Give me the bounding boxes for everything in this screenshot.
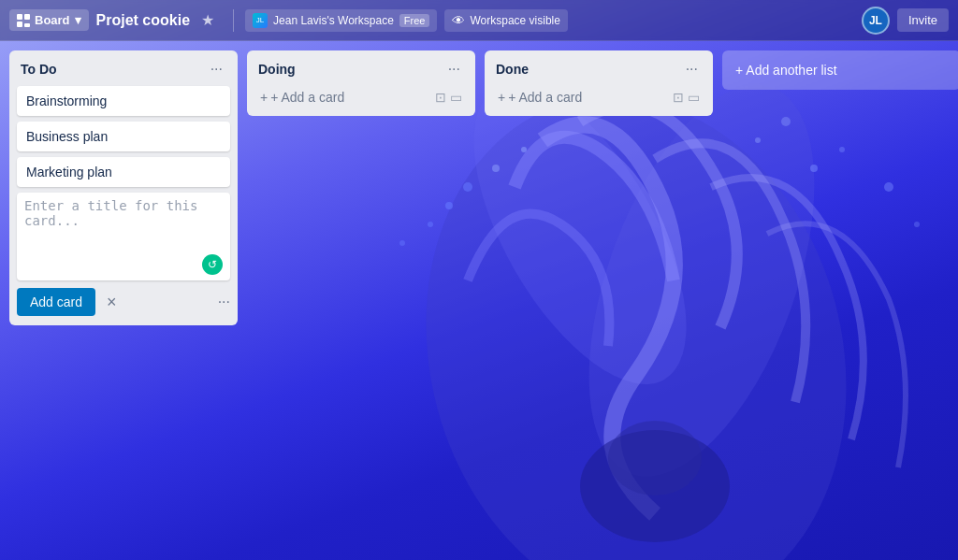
image-icon-done: ▭	[688, 90, 700, 105]
board-label: Board	[35, 13, 70, 27]
link-icons-doing: ⊡ ▭	[435, 90, 462, 105]
chevron-down-icon: ▾	[75, 13, 81, 27]
list-todo: To Do ··· Brainstorming Business plan Ma…	[9, 50, 238, 325]
add-card-button[interactable]: Add card	[17, 288, 95, 316]
list-menu-todo[interactable]: ···	[207, 60, 226, 79]
workspace-visible-button[interactable]: 👁 Workspace visible	[444, 9, 567, 32]
card-business-plan[interactable]: Business plan	[17, 122, 230, 151]
workspace-button[interactable]: JL Jean Lavis's Workspace Free	[245, 9, 437, 32]
add-list-label: + Add another list	[735, 63, 837, 78]
divider	[233, 9, 234, 32]
topbar: Board ▾ Projet cookie ★ JL Jean Lavis's …	[0, 0, 958, 41]
list-header-done: Done ···	[492, 58, 705, 80]
avatar[interactable]: JL	[862, 7, 890, 35]
link-icons-done: ⊡ ▭	[673, 90, 700, 105]
add-card-link-doing[interactable]: + + Add a card ⊡ ▭	[254, 86, 468, 108]
list-header-todo: To Do ···	[17, 58, 230, 80]
add-card-form: ↺	[17, 193, 230, 280]
star-icon[interactable]: ★	[201, 11, 214, 29]
topbar-right: JL Invite	[862, 7, 949, 35]
list-done: Done ··· + + Add a card ⊡ ▭	[485, 50, 713, 116]
invite-button[interactable]: Invite	[897, 8, 949, 32]
add-card-more-button[interactable]: ···	[218, 294, 230, 310]
add-card-link-done[interactable]: + + Add a card ⊡ ▭	[492, 86, 705, 108]
list-menu-done[interactable]: ···	[682, 60, 702, 79]
list-header-doing: Doing ···	[254, 58, 468, 80]
board-content: To Do ··· Brainstorming Business plan Ma…	[0, 41, 958, 560]
frame-icon-done: ⊡	[673, 90, 684, 105]
list-menu-doing[interactable]: ···	[444, 60, 464, 79]
image-icon-doing: ▭	[450, 90, 462, 105]
board-icon	[17, 14, 30, 27]
workspace-icon: JL	[253, 13, 268, 28]
add-card-actions: Add card × ···	[17, 286, 230, 318]
eye-icon: 👁	[452, 13, 465, 28]
add-another-list-button[interactable]: + Add another list	[722, 50, 958, 90]
add-icon-done: +	[498, 90, 505, 105]
list-title-done: Done	[496, 62, 529, 77]
card-marketing-plan[interactable]: Marketing plan	[17, 157, 230, 187]
card-brainstorming[interactable]: Brainstorming	[17, 86, 230, 116]
frame-icon-doing: ⊡	[435, 90, 446, 105]
list-doing: Doing ··· + + Add a card ⊡ ▭	[247, 50, 475, 116]
add-card-input[interactable]	[24, 198, 223, 249]
workspace-visible-label: Workspace visible	[470, 14, 559, 27]
board-button[interactable]: Board ▾	[9, 9, 89, 31]
list-title-doing: Doing	[258, 62, 296, 77]
ai-icon[interactable]: ↺	[202, 254, 223, 275]
add-icon-doing: +	[260, 90, 268, 105]
project-title: Projet cookie	[96, 12, 190, 29]
list-title-todo: To Do	[21, 62, 57, 77]
workspace-name: Jean Lavis's Workspace	[273, 14, 394, 27]
cancel-add-card-button[interactable]: ×	[103, 291, 121, 314]
free-badge: Free	[399, 14, 430, 27]
